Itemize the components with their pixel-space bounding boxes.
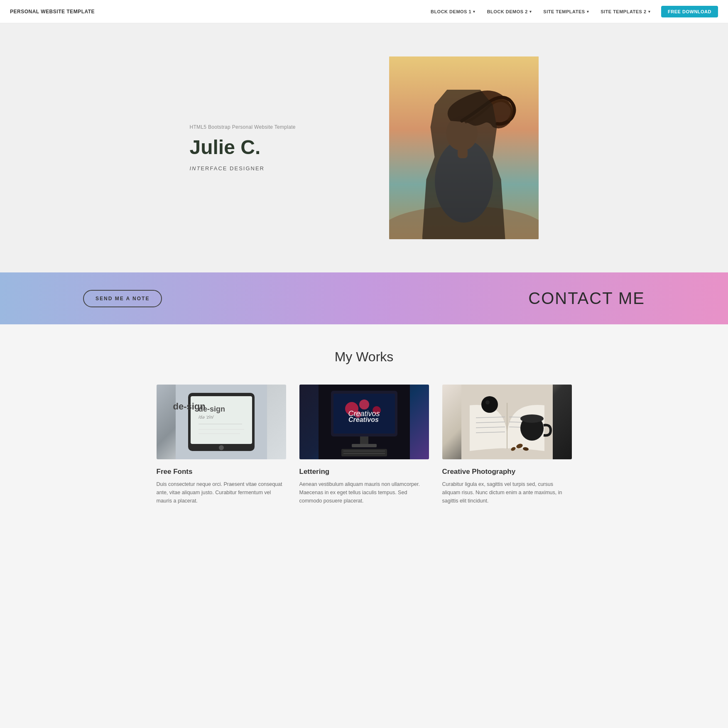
works-grid: de-sign /də ˈzīn/ Free Fonts Duis consec… [157, 385, 572, 505]
chevron-down-icon: ▾ [587, 10, 589, 14]
work-card-3: Creative Photography Curabitur ligula ex… [442, 385, 572, 505]
svg-rect-4 [458, 148, 468, 158]
works-heading: My Works [25, 349, 703, 365]
svg-text:Creativos: Creativos [348, 416, 379, 423]
hero-photo [389, 56, 539, 239]
svg-point-42 [485, 400, 490, 404]
work-desc-3: Curabitur ligula ex, sagittis vel turpis… [442, 480, 572, 505]
hero-role: INTERFACE DESIGNER [190, 165, 356, 172]
work-image-2: Creativos [299, 385, 429, 459]
work-svg-3 [442, 385, 572, 459]
svg-point-3 [446, 116, 478, 151]
hero-text-block: HTML5 Bootstrap Personal Website Templat… [190, 124, 356, 172]
nav-site-templates-2[interactable]: SITE TEMPLATES 2 ▾ [596, 7, 654, 17]
work-card-2: Creativos Lettering Aenean vestibulum al… [299, 385, 429, 505]
svg-point-17 [345, 402, 358, 415]
hero-role-italic-part: INT [190, 165, 201, 172]
contact-title: CONTACT ME [528, 289, 645, 308]
svg-rect-23 [352, 444, 377, 447]
hero-subtitle: HTML5 Bootstrap Personal Website Templat… [190, 124, 356, 130]
svg-rect-7 [191, 396, 252, 444]
hero-role-regular-part: ERFACE DESIGNER [201, 165, 265, 172]
svg-point-20 [355, 411, 361, 418]
svg-point-19 [373, 406, 381, 414]
svg-text:de-sign: de-sign [199, 405, 225, 413]
svg-point-18 [359, 400, 369, 409]
nav-block-demos-1[interactable]: BLOCK DEMOS 1 ▾ [427, 7, 480, 17]
send-note-button[interactable]: SEND ME A NOTE [83, 290, 162, 307]
svg-rect-22 [360, 436, 368, 445]
work-card-1: de-sign /də ˈzīn/ Free Fonts Duis consec… [157, 385, 286, 505]
work-desc-1: Duis consectetur neque orci. Praesent vi… [157, 480, 286, 505]
nav-site-templates[interactable]: SITE TEMPLATES ▾ [539, 7, 593, 17]
hero-image [389, 56, 539, 239]
navbar: PERSONAL WEBSITE TEMPLATE BLOCK DEMOS 1 … [0, 0, 728, 23]
svg-point-41 [481, 396, 498, 413]
nav-links: BLOCK DEMOS 1 ▾ BLOCK DEMOS 2 ▾ SITE TEM… [427, 6, 718, 17]
svg-point-37 [520, 414, 544, 423]
work-desc-2: Aenean vestibulum aliquam mauris non ull… [299, 480, 429, 505]
hero-svg-illustration [389, 56, 539, 239]
nav-block-demos-2[interactable]: BLOCK DEMOS 2 ▾ [483, 7, 536, 17]
work-svg-1: de-sign /də ˈzīn/ [157, 385, 286, 459]
svg-point-2 [435, 140, 493, 223]
work-title-3: Creative Photography [442, 468, 572, 476]
works-section: My Works de-sign /də ˈzīn/ Fr [0, 324, 728, 538]
work-svg-2: Creativos [299, 385, 429, 459]
work-image-1: de-sign /də ˈzīn/ [157, 385, 286, 459]
chevron-down-icon: ▾ [529, 10, 532, 14]
free-download-button[interactable]: FREE DOWNLOAD [661, 6, 718, 17]
chevron-down-icon: ▾ [648, 10, 651, 14]
work-title-1: Free Fonts [157, 468, 286, 476]
chevron-down-icon: ▾ [473, 10, 476, 14]
contact-banner: SEND ME A NOTE CONTACT ME [0, 272, 728, 324]
work-image-3 [442, 385, 572, 459]
hero-name: Julie C. [190, 137, 356, 159]
work-title-2: Lettering [299, 468, 429, 476]
site-logo: PERSONAL WEBSITE TEMPLATE [10, 9, 95, 15]
svg-text:/də ˈzīn/: /də ˈzīn/ [198, 415, 214, 419]
svg-point-13 [219, 445, 224, 450]
svg-rect-24 [341, 449, 387, 456]
hero-section: HTML5 Bootstrap Personal Website Templat… [0, 23, 728, 272]
